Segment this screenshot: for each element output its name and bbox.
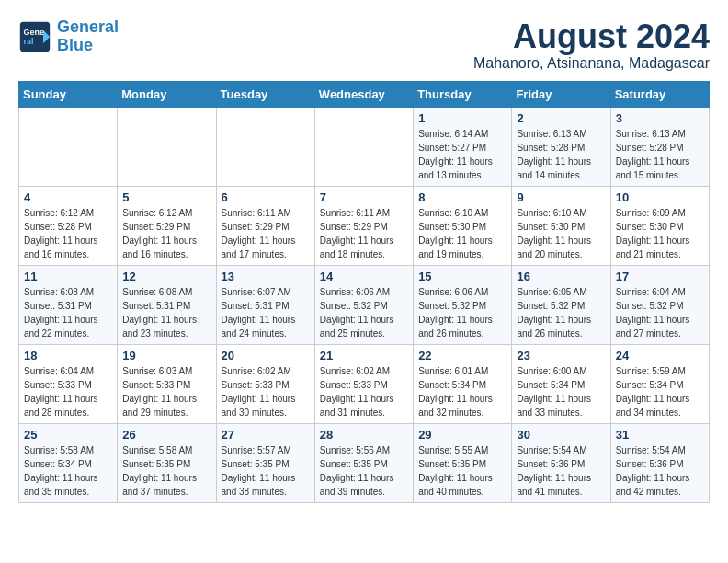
day-number: 1: [418, 111, 506, 125]
day-info: Sunrise: 5:58 AMSunset: 5:35 PMDaylight:…: [122, 443, 210, 499]
calendar-day-cell: 30Sunrise: 5:54 AMSunset: 5:36 PMDayligh…: [512, 423, 610, 502]
calendar-day-cell: [118, 107, 216, 186]
calendar-day-cell: 3Sunrise: 6:13 AMSunset: 5:28 PMDaylight…: [610, 107, 709, 186]
calendar-week-row: 25Sunrise: 5:58 AMSunset: 5:34 PMDayligh…: [19, 423, 710, 502]
calendar-day-cell: 31Sunrise: 5:54 AMSunset: 5:36 PMDayligh…: [610, 423, 709, 502]
day-info: Sunrise: 6:02 AMSunset: 5:33 PMDaylight:…: [320, 364, 408, 419]
calendar-day-cell: 17Sunrise: 6:04 AMSunset: 5:32 PMDayligh…: [610, 265, 709, 344]
logo-general-text: General: [57, 17, 119, 36]
calendar-day-cell: 14Sunrise: 6:06 AMSunset: 5:32 PMDayligh…: [314, 265, 413, 344]
day-of-week-header: Thursday: [414, 81, 512, 107]
calendar-day-cell: 23Sunrise: 6:00 AMSunset: 5:34 PMDayligh…: [512, 344, 610, 423]
day-number: 16: [517, 270, 605, 283]
day-of-week-header: Sunday: [19, 81, 118, 107]
calendar-day-cell: 13Sunrise: 6:07 AMSunset: 5:31 PMDayligh…: [216, 265, 314, 344]
day-info: Sunrise: 6:09 AMSunset: 5:30 PMDaylight:…: [616, 206, 704, 261]
calendar-day-cell: 6Sunrise: 6:11 AMSunset: 5:29 PMDaylight…: [216, 186, 314, 265]
day-number: 13: [222, 270, 310, 283]
day-info: Sunrise: 5:54 AMSunset: 5:36 PMDaylight:…: [517, 443, 605, 499]
title-block: August 2024 Mahanoro, Atsinanana, Madaga…: [473, 18, 710, 72]
logo-blue-text: Blue: [57, 37, 119, 55]
day-number: 24: [616, 349, 704, 362]
calendar-day-cell: 21Sunrise: 6:02 AMSunset: 5:33 PMDayligh…: [314, 344, 413, 423]
day-number: 29: [418, 428, 506, 442]
logo-text: General Blue: [57, 18, 119, 55]
svg-text:ral: ral: [23, 37, 33, 46]
day-number: 27: [222, 428, 310, 442]
day-number: 31: [616, 428, 704, 442]
day-number: 21: [320, 349, 408, 362]
day-info: Sunrise: 6:03 AMSunset: 5:33 PMDaylight:…: [122, 364, 210, 419]
calendar-day-cell: [314, 107, 413, 186]
calendar-day-cell: 5Sunrise: 6:12 AMSunset: 5:29 PMDaylight…: [118, 186, 216, 265]
day-info: Sunrise: 6:10 AMSunset: 5:30 PMDaylight:…: [517, 206, 605, 261]
day-info: Sunrise: 6:13 AMSunset: 5:28 PMDaylight:…: [616, 127, 704, 182]
day-number: 30: [517, 428, 605, 442]
day-number: 22: [418, 349, 506, 362]
calendar-day-cell: 10Sunrise: 6:09 AMSunset: 5:30 PMDayligh…: [610, 186, 709, 265]
day-info: Sunrise: 6:14 AMSunset: 5:27 PMDaylight:…: [418, 127, 506, 182]
calendar-day-cell: 9Sunrise: 6:10 AMSunset: 5:30 PMDaylight…: [512, 186, 610, 265]
day-number: 9: [517, 190, 605, 204]
day-info: Sunrise: 6:12 AMSunset: 5:29 PMDaylight:…: [122, 206, 210, 261]
day-number: 15: [418, 270, 506, 283]
calendar-week-row: 1Sunrise: 6:14 AMSunset: 5:27 PMDaylight…: [19, 107, 710, 186]
calendar-subtitle: Mahanoro, Atsinanana, Madagascar: [473, 55, 710, 72]
day-info: Sunrise: 5:57 AMSunset: 5:35 PMDaylight:…: [222, 443, 310, 499]
day-info: Sunrise: 6:02 AMSunset: 5:33 PMDaylight:…: [222, 364, 310, 419]
day-number: 2: [517, 111, 605, 125]
day-info: Sunrise: 6:04 AMSunset: 5:33 PMDaylight:…: [24, 364, 112, 419]
day-number: 23: [517, 349, 605, 362]
calendar-day-cell: [216, 107, 314, 186]
day-info: Sunrise: 6:05 AMSunset: 5:32 PMDaylight:…: [517, 285, 605, 340]
calendar-day-cell: 11Sunrise: 6:08 AMSunset: 5:31 PMDayligh…: [19, 265, 118, 344]
day-info: Sunrise: 6:08 AMSunset: 5:31 PMDaylight:…: [24, 285, 112, 340]
day-number: 10: [616, 190, 704, 204]
svg-text:Gene: Gene: [23, 28, 44, 37]
day-number: 14: [320, 270, 408, 283]
day-number: 18: [24, 349, 112, 362]
day-info: Sunrise: 5:59 AMSunset: 5:34 PMDaylight:…: [616, 364, 704, 419]
calendar-day-cell: [19, 107, 118, 186]
calendar-day-cell: 20Sunrise: 6:02 AMSunset: 5:33 PMDayligh…: [216, 344, 314, 423]
calendar-day-cell: 8Sunrise: 6:10 AMSunset: 5:30 PMDaylight…: [414, 186, 512, 265]
calendar-day-cell: 15Sunrise: 6:06 AMSunset: 5:32 PMDayligh…: [414, 265, 512, 344]
calendar-table: SundayMondayTuesdayWednesdayThursdayFrid…: [18, 81, 710, 503]
calendar-day-cell: 19Sunrise: 6:03 AMSunset: 5:33 PMDayligh…: [118, 344, 216, 423]
day-number: 25: [24, 428, 112, 442]
calendar-week-row: 11Sunrise: 6:08 AMSunset: 5:31 PMDayligh…: [19, 265, 710, 344]
calendar-week-row: 4Sunrise: 6:12 AMSunset: 5:28 PMDaylight…: [19, 186, 710, 265]
day-number: 11: [24, 270, 112, 283]
days-of-week-row: SundayMondayTuesdayWednesdayThursdayFrid…: [19, 81, 710, 107]
day-info: Sunrise: 6:12 AMSunset: 5:28 PMDaylight:…: [24, 206, 112, 261]
day-of-week-header: Monday: [118, 81, 216, 107]
calendar-day-cell: 27Sunrise: 5:57 AMSunset: 5:35 PMDayligh…: [216, 423, 314, 502]
calendar-day-cell: 18Sunrise: 6:04 AMSunset: 5:33 PMDayligh…: [19, 344, 118, 423]
day-info: Sunrise: 6:01 AMSunset: 5:34 PMDaylight:…: [418, 364, 506, 419]
calendar-day-cell: 16Sunrise: 6:05 AMSunset: 5:32 PMDayligh…: [512, 265, 610, 344]
calendar-body: 1Sunrise: 6:14 AMSunset: 5:27 PMDaylight…: [19, 107, 710, 502]
day-info: Sunrise: 6:11 AMSunset: 5:29 PMDaylight:…: [222, 206, 310, 261]
day-number: 8: [418, 190, 506, 204]
day-number: 17: [616, 270, 704, 283]
calendar-day-cell: 28Sunrise: 5:56 AMSunset: 5:35 PMDayligh…: [314, 423, 413, 502]
calendar-title: August 2024: [473, 18, 710, 55]
day-number: 4: [24, 190, 112, 204]
day-of-week-header: Friday: [512, 81, 610, 107]
day-info: Sunrise: 6:06 AMSunset: 5:32 PMDaylight:…: [418, 285, 506, 340]
day-number: 12: [122, 270, 210, 283]
day-number: 26: [122, 428, 210, 442]
day-number: 19: [122, 349, 210, 362]
day-info: Sunrise: 6:04 AMSunset: 5:32 PMDaylight:…: [616, 285, 704, 340]
day-info: Sunrise: 6:10 AMSunset: 5:30 PMDaylight:…: [418, 206, 506, 261]
calendar-day-cell: 2Sunrise: 6:13 AMSunset: 5:28 PMDaylight…: [512, 107, 610, 186]
calendar-header: SundayMondayTuesdayWednesdayThursdayFrid…: [19, 81, 710, 107]
day-number: 20: [222, 349, 310, 362]
day-of-week-header: Saturday: [610, 81, 709, 107]
calendar-week-row: 18Sunrise: 6:04 AMSunset: 5:33 PMDayligh…: [19, 344, 710, 423]
day-info: Sunrise: 5:58 AMSunset: 5:34 PMDaylight:…: [24, 443, 112, 499]
day-of-week-header: Wednesday: [314, 81, 413, 107]
calendar-day-cell: 24Sunrise: 5:59 AMSunset: 5:34 PMDayligh…: [610, 344, 709, 423]
day-info: Sunrise: 6:06 AMSunset: 5:32 PMDaylight:…: [320, 285, 408, 340]
day-number: 3: [616, 111, 704, 125]
